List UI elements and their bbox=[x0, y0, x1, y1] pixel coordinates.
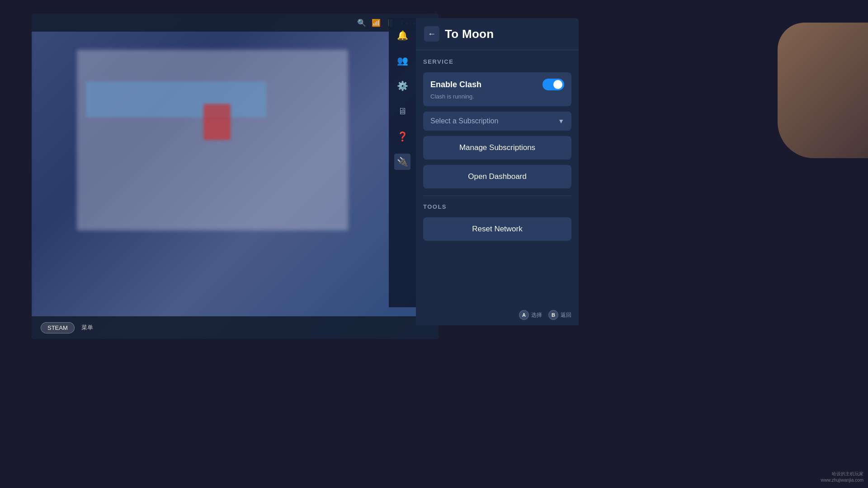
game-overlay-red bbox=[203, 104, 231, 140]
enable-clash-label: Enable Clash bbox=[430, 80, 481, 89]
enable-clash-card: Enable Clash Clash is running. bbox=[423, 72, 571, 106]
subscription-placeholder: Select a Subscription bbox=[430, 117, 498, 125]
section-divider bbox=[423, 196, 571, 196]
tools-section-label: TOOLS bbox=[423, 203, 571, 210]
panel-body: SERVICE Enable Clash Clash is running. S… bbox=[416, 50, 579, 249]
panel-title: To Moon bbox=[445, 27, 494, 41]
sidebar-bell-icon[interactable]: 🔔 bbox=[394, 27, 410, 43]
menu-label: 菜单 bbox=[81, 324, 93, 332]
sidebar-plugin-icon[interactable]: 🔌 bbox=[394, 154, 410, 170]
back-arrow-icon: ← bbox=[428, 29, 436, 39]
subscription-select[interactable]: Select a Subscription ▼ bbox=[423, 112, 571, 131]
screen: 🔍 📶 🔋 7:47 PM ☰ STEAM 菜单 bbox=[32, 14, 439, 339]
open-dashboard-button[interactable]: Open Dashboard bbox=[423, 165, 571, 188]
service-section-label: SERVICE bbox=[423, 58, 571, 65]
panel-header: ← To Moon bbox=[416, 18, 579, 50]
dropdown-arrow-icon: ▼ bbox=[558, 117, 564, 125]
watermark: 哈设的主机玩家 www.zhujiwanjia.com bbox=[821, 471, 863, 483]
sidebar-display-icon[interactable]: 🖥 bbox=[394, 103, 410, 119]
enable-clash-row: Enable Clash bbox=[430, 79, 564, 90]
plugin-panel: ← To Moon SERVICE Enable Clash Clash is … bbox=[416, 18, 579, 325]
reset-network-label: Reset Network bbox=[472, 225, 522, 233]
sidebar-help-icon[interactable]: ❓ bbox=[394, 128, 410, 145]
top-bar: 🔍 📶 🔋 7:47 PM ☰ bbox=[32, 14, 439, 32]
manage-subscriptions-label: Manage Subscriptions bbox=[459, 143, 535, 152]
sidebar-settings-icon[interactable]: ⚙️ bbox=[394, 78, 410, 94]
sidebar: 🔔 👥 ⚙️ 🖥 ❓ 🔌 bbox=[389, 18, 416, 307]
steam-button[interactable]: STEAM bbox=[41, 322, 75, 333]
clash-status: Clash is running. bbox=[430, 93, 564, 100]
game-overlay-2 bbox=[86, 81, 267, 117]
rss-icon: 📶 bbox=[372, 19, 381, 27]
open-dashboard-label: Open Dashboard bbox=[468, 172, 526, 181]
manage-subscriptions-button[interactable]: Manage Subscriptions bbox=[423, 136, 571, 160]
search-icon: 🔍 bbox=[357, 19, 366, 27]
finger-overlay bbox=[778, 23, 868, 158]
toggle-track bbox=[542, 79, 564, 90]
watermark-line2: www.zhujiwanjia.com bbox=[821, 477, 863, 483]
watermark-line1: 哈设的主机玩家 bbox=[821, 471, 863, 477]
bottom-bar: STEAM 菜单 bbox=[32, 316, 439, 339]
reset-network-button[interactable]: Reset Network bbox=[423, 217, 571, 241]
back-button[interactable]: ← bbox=[424, 26, 439, 42]
toggle-thumb bbox=[553, 80, 562, 89]
game-overlay-1 bbox=[77, 50, 348, 230]
enable-clash-toggle[interactable] bbox=[542, 79, 564, 90]
sidebar-friends-icon[interactable]: 👥 bbox=[394, 52, 410, 69]
